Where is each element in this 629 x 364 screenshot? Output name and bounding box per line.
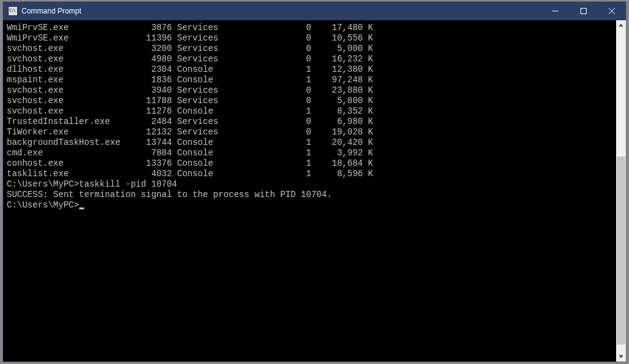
prompt-line[interactable]: C:\Users\MyPC> xyxy=(7,200,614,211)
chevron-up-icon xyxy=(619,23,623,28)
vertical-scrollbar[interactable] xyxy=(616,20,626,362)
client-area: WmiPrvSE.exe 3876 Services 0 17,480 KWmi… xyxy=(3,20,626,362)
window-title: Command Prompt xyxy=(21,7,541,15)
terminal-line: conhost.exe 13376 Console 1 18,684 K xyxy=(7,158,614,169)
terminal-line: mspaint.exe 1836 Console 1 97,248 K xyxy=(7,75,614,85)
scroll-down-button[interactable] xyxy=(616,352,626,362)
terminal-line: svchost.exe 11276 Console 1 8,352 K xyxy=(7,106,614,117)
terminal-line: TrustedInstaller.exe 2484 Services 0 6,9… xyxy=(7,117,614,127)
close-button[interactable] xyxy=(598,2,626,20)
scroll-up-button[interactable] xyxy=(616,20,626,30)
cursor xyxy=(79,207,84,209)
app-icon xyxy=(8,6,18,16)
window-controls xyxy=(541,2,626,20)
terminal-line: svchost.exe 4980 Services 0 16,232 K xyxy=(7,54,614,64)
svg-marker-5 xyxy=(619,355,623,358)
chevron-down-icon xyxy=(619,354,623,359)
terminal-line: WmiPrvSE.exe 11396 Services 0 10,556 K xyxy=(7,33,614,44)
terminal-line: backgroundTaskHost.exe 13744 Console 1 2… xyxy=(7,137,614,148)
terminal-line: SUCCESS: Sent termination signal to the … xyxy=(7,190,614,200)
svg-marker-4 xyxy=(619,24,623,26)
scrollbar-thumb[interactable] xyxy=(617,157,625,344)
maximize-icon xyxy=(580,8,587,14)
terminal-line: cmd.exe 7884 Console 1 3,992 K xyxy=(7,148,614,158)
terminal-output[interactable]: WmiPrvSE.exe 3876 Services 0 17,480 KWmi… xyxy=(3,20,616,362)
minimize-button[interactable] xyxy=(541,2,569,20)
terminal-line: WmiPrvSE.exe 3876 Services 0 17,480 K xyxy=(7,23,614,33)
command-prompt-window: Command Prompt WmiPrvSE.exe 3876 Service… xyxy=(2,1,627,362)
titlebar[interactable]: Command Prompt xyxy=(3,2,626,20)
minimize-icon xyxy=(552,8,558,14)
terminal-line: svchost.exe 11788 Services 0 5,800 K xyxy=(7,96,614,106)
terminal-line: C:\Users\MyPC>taskkill -pid 10704 xyxy=(7,179,614,190)
maximize-button[interactable] xyxy=(569,2,598,20)
terminal-line: TiWorker.exe 12132 Services 0 19,028 K xyxy=(7,127,614,137)
svg-rect-1 xyxy=(581,9,587,14)
close-icon xyxy=(609,8,615,14)
terminal-line: dllhost.exe 2304 Console 1 12,380 K xyxy=(7,64,614,75)
terminal-line: tasklist.exe 4032 Console 1 8,596 K xyxy=(7,169,614,179)
terminal-line: svchost.exe 3940 Services 0 23,880 K xyxy=(7,85,614,96)
terminal-line: svchost.exe 3200 Services 0 5,000 K xyxy=(7,44,614,54)
